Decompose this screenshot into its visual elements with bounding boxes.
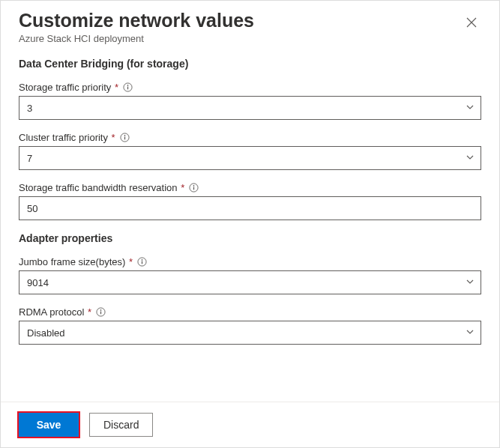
label-storage-priority: Storage traffic priority * (19, 82, 118, 93)
field-jumbo-frame: Jumbo frame size(bytes) * (19, 256, 481, 294)
label-jumbo-frame: Jumbo frame size(bytes) * (19, 256, 133, 267)
required-indicator: * (129, 256, 133, 267)
info-icon[interactable] (96, 307, 106, 317)
info-icon[interactable] (123, 82, 133, 92)
svg-rect-11 (142, 261, 142, 264)
select-storage-priority[interactable] (19, 96, 481, 120)
select-cluster-priority-value[interactable] (19, 146, 481, 170)
svg-point-7 (193, 185, 195, 187)
info-icon[interactable] (120, 133, 130, 142)
panel-title: Customize network values (19, 10, 254, 31)
info-icon[interactable] (189, 183, 199, 193)
svg-rect-2 (127, 87, 128, 90)
field-storage-priority: Storage traffic priority * (19, 82, 481, 120)
svg-point-13 (100, 309, 102, 311)
svg-point-4 (124, 135, 125, 136)
discard-button[interactable]: Discard (89, 413, 153, 437)
info-icon[interactable] (137, 257, 147, 267)
section-heading-dcb: Data Center Bridging (for storage) (19, 58, 481, 70)
required-indicator: * (112, 132, 115, 143)
select-cluster-priority[interactable] (19, 146, 481, 170)
label-rdma-protocol: RDMA protocol * (19, 306, 91, 318)
input-bandwidth-reservation[interactable] (19, 196, 481, 220)
select-rdma-protocol-value[interactable] (19, 321, 481, 345)
label-cluster-priority: Cluster traffic priority * (19, 132, 115, 143)
field-bandwidth-reservation: Storage traffic bandwidth reservation * (19, 182, 481, 220)
panel-footer: Save Discard (1, 402, 499, 447)
required-indicator: * (181, 182, 184, 193)
save-button[interactable]: Save (19, 413, 79, 437)
panel-body: Customize network values Azure Stack HCI… (1, 1, 499, 402)
field-rdma-protocol: RDMA protocol * (19, 306, 481, 345)
svg-point-10 (142, 259, 143, 261)
svg-rect-8 (193, 187, 194, 190)
panel-subtitle: Azure Stack HCI deployment (19, 33, 254, 44)
select-jumbo-frame-value[interactable] (19, 270, 481, 294)
section-heading-adapter: Adapter properties (19, 232, 481, 244)
select-rdma-protocol[interactable] (19, 321, 481, 345)
svg-point-1 (127, 85, 129, 86)
svg-rect-5 (124, 137, 125, 140)
input-bandwidth-reservation-wrap (19, 196, 481, 220)
customize-network-panel: Customize network values Azure Stack HCI… (0, 0, 500, 448)
panel-header: Customize network values Azure Stack HCI… (19, 10, 481, 58)
select-storage-priority-value[interactable] (19, 96, 481, 120)
required-indicator: * (88, 306, 91, 318)
required-indicator: * (115, 82, 118, 93)
label-bandwidth-reservation: Storage traffic bandwidth reservation * (19, 182, 184, 193)
close-button[interactable] (462, 13, 481, 32)
field-cluster-priority: Cluster traffic priority * (19, 132, 481, 170)
svg-rect-14 (100, 312, 101, 315)
select-jumbo-frame[interactable] (19, 270, 481, 294)
close-icon (466, 19, 477, 30)
